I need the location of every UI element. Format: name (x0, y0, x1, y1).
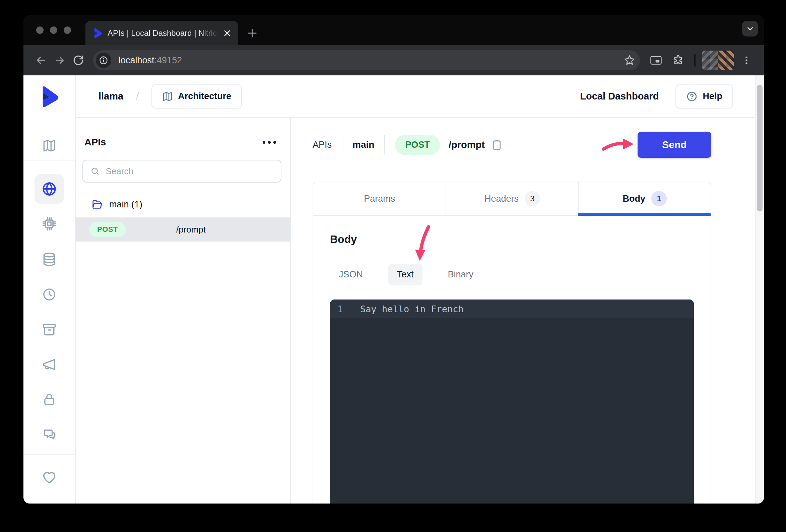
breadcrumb-apis: APIs (313, 140, 332, 150)
extensions-icon[interactable] (669, 51, 688, 70)
annotation-arrow-right (602, 135, 634, 155)
api-group-row[interactable]: main (1) (83, 195, 281, 214)
sidebar-item-architecture[interactable] (23, 139, 75, 153)
resource-rail (23, 75, 76, 504)
tab-body[interactable]: Body 1 (578, 182, 711, 215)
breadcrumb-group[interactable]: main (352, 139, 374, 150)
sidebar-item-secrets[interactable] (23, 392, 75, 407)
tab-body-label: Body (623, 194, 646, 204)
search-box[interactable] (83, 160, 281, 183)
traffic-light-close[interactable] (36, 26, 44, 34)
app-header: llama / Architecture Local Dashboard Hel… (76, 75, 755, 118)
tab-strip: APIs | Local Dashboard | Nitric (23, 15, 764, 45)
nitric-favicon-icon (93, 28, 102, 39)
mode-json[interactable]: JSON (330, 264, 372, 285)
architecture-button[interactable]: Architecture (152, 85, 242, 109)
url-port: :49152 (155, 55, 182, 65)
request-tabs: Params Headers 3 Body 1 (313, 182, 711, 216)
body-text-editor[interactable]: 1 Say hello in French (330, 300, 694, 504)
sidebar-item-apis[interactable] (34, 174, 64, 204)
architecture-button-label: Architecture (178, 91, 231, 101)
tab-search-chevron-icon[interactable] (742, 21, 758, 37)
breadcrumb-separator: / (136, 91, 139, 102)
site-info-icon[interactable] (96, 53, 111, 68)
avatar[interactable] (702, 51, 718, 70)
profile-avatars[interactable] (702, 51, 734, 70)
sidebar-item-feedback[interactable] (23, 470, 75, 485)
api-group-label: main (1) (109, 199, 142, 210)
tab-title: APIs | Local Dashboard | Nitric (108, 28, 222, 38)
search-input[interactable] (106, 166, 274, 177)
pip-icon[interactable] (647, 51, 665, 70)
method-badge: POST (89, 222, 126, 237)
bookmark-star-icon[interactable] (624, 54, 635, 66)
sidebar-item-topics[interactable] (23, 357, 75, 372)
new-tab-icon[interactable] (242, 23, 262, 43)
help-button-label: Help (702, 91, 722, 101)
apis-panel-title: APIs (85, 137, 106, 148)
desktop-background: APIs | Local Dashboard | Nitric (0, 0, 786, 532)
avatar[interactable] (718, 51, 734, 70)
active-tab-underline (578, 213, 711, 216)
line-number: 1 (330, 304, 352, 314)
tab-close-icon[interactable] (222, 28, 232, 38)
tab-headers[interactable]: Headers 3 (446, 182, 578, 215)
map-icon (162, 91, 173, 102)
toolbar-right-cluster (647, 51, 756, 70)
back-icon[interactable] (31, 51, 50, 70)
headers-count-badge: 3 (525, 191, 540, 206)
body-heading: Body (330, 233, 694, 246)
editor-code: Say hello in French (360, 304, 464, 314)
reload-icon[interactable] (69, 51, 88, 70)
nitric-logo[interactable] (23, 75, 75, 118)
search-icon (90, 166, 100, 176)
ellipsis-menu-icon[interactable] (259, 138, 279, 147)
apis-panel: APIs main (1) POST / (76, 118, 291, 504)
window-controls[interactable] (36, 26, 71, 34)
project-name: llama (98, 91, 123, 102)
request-panel: APIs main POST /prompt (291, 118, 755, 504)
route-row-selected[interactable]: POST /prompt (76, 217, 290, 241)
folder-open-icon (91, 199, 102, 210)
help-button[interactable]: Help (675, 85, 733, 109)
page-scrollbar[interactable] (755, 75, 764, 504)
sidebar-item-schedules[interactable] (23, 287, 75, 301)
nitric-dashboard-page: llama / Architecture Local Dashboard Hel… (23, 75, 764, 504)
send-button[interactable]: Send (638, 132, 711, 158)
route-path: /prompt (176, 225, 206, 235)
tab-params[interactable]: Params (313, 182, 446, 215)
menu-kebab-icon[interactable] (737, 51, 756, 70)
content-row: APIs main (1) POST / (76, 118, 755, 504)
forward-icon[interactable] (50, 51, 69, 70)
traffic-light-minimize[interactable] (50, 26, 57, 34)
url-host: localhost (119, 55, 155, 65)
body-mode-toggle: JSON Text Binary (330, 264, 694, 285)
request-path: /prompt (448, 139, 485, 151)
toolbar-divider (694, 54, 696, 67)
help-circle-icon (686, 91, 697, 102)
tab-params-label: Params (364, 194, 395, 204)
tab-headers-label: Headers (484, 194, 518, 204)
browser-window: APIs | Local Dashboard | Nitric (23, 15, 764, 504)
sidebar-item-services[interactable] (23, 216, 75, 231)
sidebar-item-storage[interactable] (23, 322, 75, 337)
address-bar[interactable]: localhost:49152 (93, 50, 640, 70)
request-breadcrumb-bar: APIs main POST /prompt (313, 132, 711, 158)
request-card: Params Headers 3 Body 1 (313, 182, 711, 504)
traffic-light-zoom[interactable] (64, 26, 71, 34)
browser-tab[interactable]: APIs | Local Dashboard | Nitric (86, 21, 238, 45)
mode-text[interactable]: Text (388, 264, 422, 285)
scrollbar-thumb[interactable] (757, 85, 763, 211)
sidebar-item-databases[interactable] (23, 252, 75, 267)
copy-path-button[interactable] (491, 138, 503, 151)
sidebar-item-websockets[interactable] (23, 427, 75, 442)
clipboard-icon (491, 138, 503, 151)
mode-binary[interactable]: Binary (439, 264, 482, 285)
page-title: Local Dashboard (580, 91, 659, 102)
breadcrumb-divider (384, 135, 385, 155)
url-text: localhost:49152 (119, 55, 182, 66)
annotation-arrow-down (413, 225, 433, 262)
browser-toolbar: localhost:49152 (23, 45, 764, 75)
main-column: llama / Architecture Local Dashboard Hel… (76, 75, 755, 504)
editor-active-line[interactable]: 1 Say hello in French (330, 300, 694, 318)
